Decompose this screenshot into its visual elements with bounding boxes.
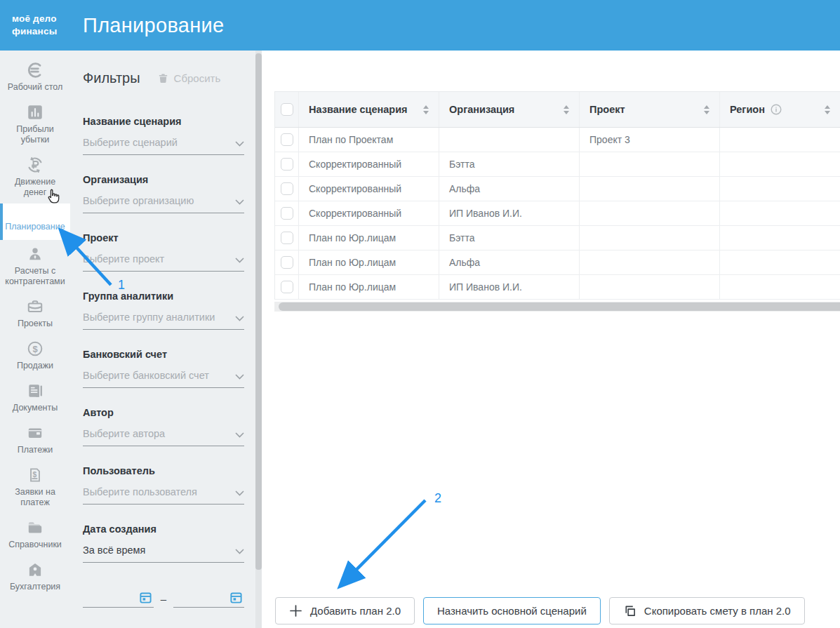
row-checkbox[interactable] (281, 281, 293, 293)
actions-bar: Добавить план 2.0 Назначить основной сце… (275, 597, 805, 624)
sidebar-item-label: Платежи (18, 445, 53, 455)
filter-group-user: Пользователь Выберите пользователя (83, 465, 244, 505)
filter-group-analytics: Группа аналитики Выберите группу аналити… (83, 290, 244, 330)
sidebar-item-label: Движение денег (4, 177, 66, 198)
row-checkbox[interactable] (281, 133, 293, 146)
column-header-organization[interactable]: Организация (439, 92, 580, 127)
scenario-select[interactable]: Выберите сценарий (83, 137, 244, 155)
filter-group-author: Автор Выберите автора (83, 407, 244, 446)
column-header-project[interactable]: Проект (580, 92, 720, 127)
filters-scrollbar[interactable] (255, 51, 262, 628)
select-value: За всё время (83, 545, 145, 556)
sidebar-item-projects[interactable]: Проекты (0, 293, 70, 335)
chevron-down-icon (235, 141, 244, 147)
filter-group-bank-account: Банковский счет Выберите банковский счет (83, 349, 244, 388)
select-placeholder: Выберите пользователя (83, 486, 197, 497)
table-row[interactable]: План по Юр.лицам Альфа (275, 250, 840, 275)
select-all-checkbox[interactable] (281, 103, 293, 116)
table-row[interactable]: Скорректированный Бэтта (275, 152, 840, 177)
row-checkbox[interactable] (281, 182, 293, 195)
svg-text:$: $ (32, 344, 38, 354)
sidebar-item-counterparties[interactable]: Расчеты с контрагентами (0, 240, 70, 293)
select-placeholder: Выберите банковский счет (83, 370, 209, 381)
payment-request-icon: $ (26, 466, 44, 484)
sidebar-item-directories[interactable]: Справочники (0, 514, 70, 556)
row-checkbox[interactable] (281, 207, 293, 220)
organization-select[interactable]: Выберите организацию (83, 195, 244, 213)
sidebar-item-accounting[interactable]: Бухгалтерия (0, 556, 70, 598)
calendar-icon[interactable] (139, 591, 152, 604)
row-checkbox[interactable] (281, 232, 293, 244)
row-checkbox-cell (275, 250, 299, 274)
counterparties-icon (26, 245, 44, 263)
main-content: Название сценария Организация Проект Рег… (262, 51, 840, 628)
cell-region (720, 128, 840, 152)
filters-scrollbar-thumb[interactable] (255, 53, 262, 570)
sidebar-item-cash-flow[interactable]: Движение денег (0, 151, 70, 203)
date-from-field[interactable] (83, 587, 154, 608)
sort-icon[interactable] (704, 105, 709, 114)
top-bar: моē дело финансы Планирование (0, 0, 840, 51)
table-horizontal-scrollbar-thumb[interactable] (279, 302, 840, 311)
filter-label: Проект (83, 232, 244, 243)
cell-scenario: Скорректированный (299, 201, 439, 225)
column-header-scenario[interactable]: Название сценария (299, 92, 439, 127)
table-row[interactable]: План по Проектам Проект 3 (275, 128, 840, 152)
sidebar-item-profit-loss[interactable]: Прибыли убытки (0, 98, 70, 151)
filter-group-organization: Организация Выберите организацию (83, 174, 244, 213)
copy-estimate-button[interactable]: Скопировать смету в план 2.0 (609, 597, 805, 624)
column-header-region[interactable]: Регион (720, 92, 840, 127)
sort-icon[interactable] (564, 105, 569, 114)
app-logo: моē дело финансы (0, 13, 70, 38)
sales-dollar-icon: $ (26, 340, 44, 358)
sort-icon[interactable] (423, 105, 429, 114)
date-from-input[interactable] (83, 593, 133, 606)
column-label: Организация (449, 104, 514, 115)
sidebar-item-planning[interactable]: Планирование (0, 203, 70, 240)
table-row[interactable]: Скорректированный Альфа (275, 177, 840, 201)
sidebar-item-documents[interactable]: Документы (0, 377, 70, 419)
projects-briefcase-icon (26, 298, 44, 316)
date-range-separator: – (161, 593, 166, 608)
add-plan-button[interactable]: Добавить план 2.0 (275, 597, 415, 624)
date-to-field[interactable] (173, 587, 244, 608)
sidebar-item-label: Заявки на платеж (4, 487, 66, 508)
sidebar-item-payment-requests[interactable]: $ Заявки на платеж (0, 461, 70, 514)
cell-organization: Бэтта (439, 152, 580, 176)
select-placeholder: Выберите организацию (83, 195, 194, 206)
table-row[interactable]: Скорректированный ИП Иванов И.И. (275, 201, 840, 226)
cell-region (720, 152, 840, 176)
chevron-down-icon (235, 199, 244, 205)
app-window: моē дело финансы Планирование Рабочий ст… (0, 0, 840, 628)
analytics-group-select[interactable]: Выберите группу аналитики (83, 312, 244, 330)
sidebar-item-desktop[interactable]: Рабочий стол (0, 56, 70, 98)
sidebar-item-label: Планирование (5, 222, 65, 232)
page-title: Планирование (83, 14, 225, 37)
set-main-scenario-button[interactable]: Назначить основной сценарий (423, 597, 601, 624)
table-row[interactable]: План по Юр.лицам ИП Иванов И.И. (275, 275, 840, 300)
reset-filters-button[interactable]: Сбросить (157, 72, 221, 85)
sidebar-item-label: Бухгалтерия (10, 582, 60, 592)
bank-account-select[interactable]: Выберите банковский счет (83, 370, 244, 388)
sort-icon[interactable] (825, 105, 830, 114)
date-created-select[interactable]: За всё время (83, 545, 244, 563)
info-icon[interactable] (771, 104, 782, 115)
author-select[interactable]: Выберите автора (83, 428, 244, 446)
cell-organization: Бэтта (439, 226, 580, 250)
cell-scenario: План по Юр.лицам (299, 226, 439, 250)
cell-scenario: План по Проектам (299, 128, 439, 152)
table-horizontal-scrollbar[interactable] (274, 302, 840, 312)
cell-organization: Альфа (439, 177, 580, 201)
date-to-input[interactable] (173, 593, 223, 606)
user-select[interactable]: Выберите пользователя (83, 486, 244, 505)
row-checkbox[interactable] (281, 256, 293, 269)
copy-icon (623, 604, 636, 617)
project-select[interactable]: Выберите проект (83, 253, 244, 272)
table-row[interactable]: План по Юр.лицам Бэтта (275, 226, 840, 250)
sidebar-item-sales[interactable]: $ Продажи (0, 335, 70, 377)
filter-label: Организация (83, 174, 244, 185)
calendar-icon[interactable] (229, 591, 243, 604)
sidebar-item-payments[interactable]: Платежи (0, 419, 70, 461)
row-checkbox[interactable] (281, 158, 293, 171)
trash-icon (157, 72, 169, 85)
